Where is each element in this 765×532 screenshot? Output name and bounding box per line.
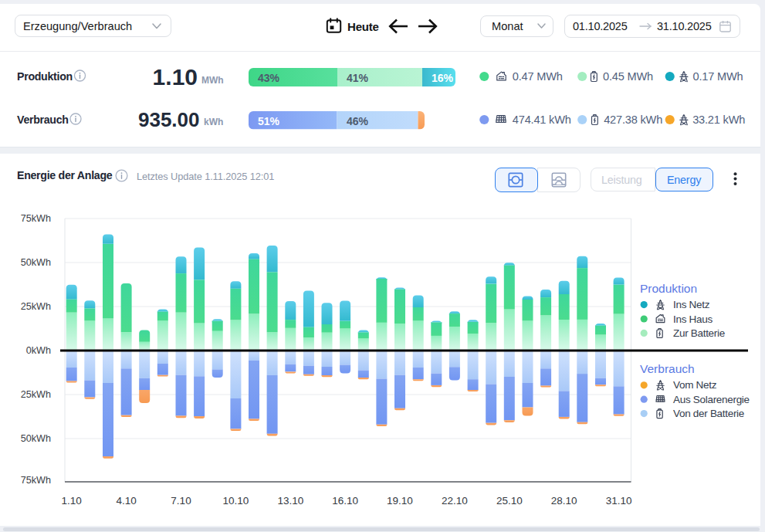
- svg-text:25kWh: 25kWh: [21, 389, 51, 400]
- svg-text:28.10: 28.10: [551, 495, 577, 507]
- svg-text:Von der Batterie: Von der Batterie: [673, 408, 744, 419]
- svg-text:13.10: 13.10: [277, 495, 303, 507]
- svg-text:50kWh: 50kWh: [21, 433, 51, 444]
- svg-text:4.10: 4.10: [116, 495, 136, 507]
- svg-text:Verbrauch: Verbrauch: [640, 362, 695, 375]
- svg-text:Zur Batterie: Zur Batterie: [673, 327, 725, 339]
- svg-text:16.10: 16.10: [332, 495, 358, 507]
- svg-text:25.10: 25.10: [496, 495, 523, 507]
- svg-text:Ins Haus: Ins Haus: [673, 313, 713, 325]
- svg-text:10.10: 10.10: [223, 495, 249, 507]
- svg-text:25kWh: 25kWh: [21, 301, 51, 312]
- svg-text:22.10: 22.10: [442, 495, 468, 507]
- svg-text:75kWh: 75kWh: [21, 475, 51, 486]
- svg-text:Aus Solarenergie: Aus Solarenergie: [673, 394, 750, 405]
- svg-text:50kWh: 50kWh: [21, 257, 51, 268]
- svg-text:Ins Netz: Ins Netz: [673, 299, 710, 310]
- svg-text:75kWh: 75kWh: [21, 213, 51, 224]
- svg-text:7.10: 7.10: [171, 495, 191, 507]
- svg-text:19.10: 19.10: [387, 495, 413, 507]
- svg-text:31.10: 31.10: [606, 495, 632, 507]
- svg-text:Produktion: Produktion: [640, 282, 697, 295]
- svg-text:0kWh: 0kWh: [26, 345, 51, 356]
- svg-text:Vom Netz: Vom Netz: [673, 379, 717, 391]
- svg-text:1.10: 1.10: [62, 495, 82, 507]
